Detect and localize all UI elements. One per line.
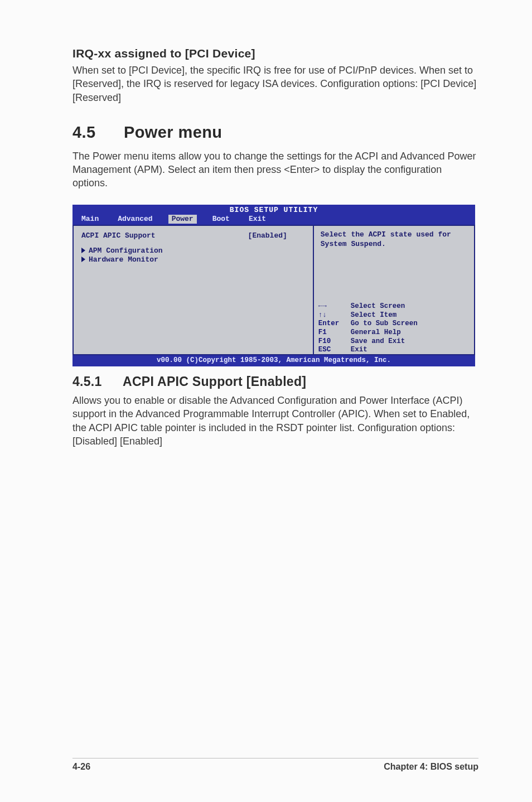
bios-setting-value: [Enabled] bbox=[248, 231, 305, 240]
irq-body: When set to [PCI Device], the specific I… bbox=[72, 64, 478, 104]
legend-row: F10Save and Exit bbox=[318, 337, 468, 346]
triangle-icon bbox=[81, 248, 85, 253]
bios-setting-label: ACPI APIC Support bbox=[81, 231, 156, 240]
page-number: 4-26 bbox=[72, 762, 90, 772]
legend-key: ESC bbox=[318, 346, 351, 355]
legend-label: Select Item bbox=[351, 311, 397, 320]
bios-submenu-apm-label: APM Configuration bbox=[89, 247, 163, 255]
legend-key: F1 bbox=[318, 328, 351, 337]
bios-submenu-apm[interactable]: APM Configuration bbox=[81, 247, 305, 255]
bios-submenu-hardware[interactable]: Hardware Monitor bbox=[81, 255, 305, 264]
power-number: 4.5 bbox=[72, 123, 124, 142]
legend-row: F1General Help bbox=[318, 328, 468, 337]
bios-submenu-hardware-label: Hardware Monitor bbox=[89, 255, 158, 264]
power-body: The Power menu items allow you to change… bbox=[72, 149, 478, 190]
acpi-body: Allows you to enable or disable the Adva… bbox=[72, 394, 478, 448]
irq-heading: IRQ-xx assigned to [PCI Device] bbox=[72, 47, 478, 60]
bios-title: BIOS SETUP UTILITY bbox=[72, 205, 475, 215]
legend-row: ESCExit bbox=[318, 346, 468, 355]
bios-legend: ←→Select Screen ↑↓Select Item EnterGo to… bbox=[314, 298, 474, 360]
bios-help-text: Select the ACPI state used for System Su… bbox=[314, 226, 474, 298]
bios-tab-exit[interactable]: Exit bbox=[245, 215, 269, 224]
legend-row: EnterGo to Sub Screen bbox=[318, 320, 468, 328]
bios-body: ACPI APIC Support [Enabled] APM Configur… bbox=[72, 225, 475, 355]
legend-label: Select Screen bbox=[351, 302, 405, 311]
bios-right-pane: Select the ACPI state used for System Su… bbox=[314, 226, 474, 354]
bios-screenshot: BIOS SETUP UTILITY Main Advanced Power B… bbox=[72, 205, 475, 366]
acpi-title: ACPI APIC Support [Enabled] bbox=[123, 374, 306, 389]
legend-key: Enter bbox=[318, 320, 351, 328]
legend-label: Go to Sub Screen bbox=[351, 320, 418, 328]
triangle-icon bbox=[81, 257, 85, 262]
page-footer: 4-26 Chapter 4: BIOS setup bbox=[72, 758, 478, 772]
bios-tab-advanced[interactable]: Advanced bbox=[114, 215, 156, 224]
bios-submenus: APM Configuration Hardware Monitor bbox=[81, 247, 305, 265]
power-menu-heading: 4.5Power menu bbox=[72, 123, 478, 142]
legend-key: ↑↓ bbox=[318, 311, 351, 320]
bios-tab-power[interactable]: Power bbox=[168, 215, 197, 224]
acpi-number: 4.5.1 bbox=[72, 374, 123, 389]
bios-tab-main[interactable]: Main bbox=[78, 215, 102, 224]
legend-row: ↑↓Select Item bbox=[318, 311, 468, 320]
chapter-label: Chapter 4: BIOS setup bbox=[384, 762, 478, 772]
legend-key: ←→ bbox=[318, 302, 351, 311]
power-title: Power menu bbox=[124, 123, 222, 141]
legend-key: F10 bbox=[318, 337, 351, 346]
bios-tabs: Main Advanced Power Boot Exit bbox=[72, 215, 475, 225]
bios-left-pane: ACPI APIC Support [Enabled] APM Configur… bbox=[74, 226, 314, 354]
bios-tab-boot[interactable]: Boot bbox=[209, 215, 233, 224]
acpi-heading: 4.5.1ACPI APIC Support [Enabled] bbox=[72, 374, 478, 389]
legend-label: General Help bbox=[351, 328, 401, 337]
bios-setting-row[interactable]: ACPI APIC Support [Enabled] bbox=[81, 231, 305, 240]
legend-label: Exit bbox=[351, 346, 367, 355]
legend-label: Save and Exit bbox=[351, 337, 405, 346]
legend-row: ←→Select Screen bbox=[318, 302, 468, 311]
